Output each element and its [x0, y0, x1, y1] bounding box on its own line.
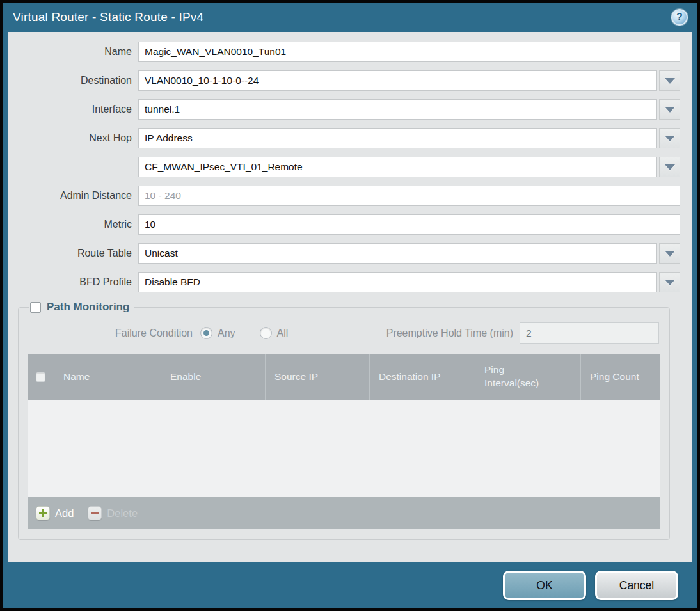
path-monitoring-checkbox[interactable] — [30, 302, 41, 313]
interface-label: Interface — [15, 104, 138, 115]
route-table-dropdown-button[interactable] — [659, 243, 680, 264]
failure-condition-label: Failure Condition — [26, 328, 200, 339]
plus-icon — [36, 506, 50, 520]
delete-button[interactable]: Delete — [88, 506, 138, 520]
chevron-down-icon — [665, 78, 675, 84]
route-table-select[interactable]: Unicast — [138, 243, 680, 264]
add-button[interactable]: Add — [36, 506, 74, 520]
cancel-button[interactable]: Cancel — [595, 571, 678, 600]
table-toolbar: Add Delete — [28, 497, 660, 529]
static-route-dialog: Virtual Router - Static Route - IPv4 ? N… — [0, 0, 700, 611]
bfd-profile-value[interactable]: Disable BFD — [138, 272, 657, 292]
destination-value[interactable]: VLAN0010_10-1-10-0--24 — [138, 70, 657, 91]
route-table-label: Route Table — [15, 248, 138, 259]
admin-distance-row: Admin Distance — [15, 186, 680, 206]
select-all-cell — [28, 354, 54, 400]
bfd-profile-select[interactable]: Disable BFD — [138, 272, 680, 292]
failure-condition-any-label: Any — [218, 328, 235, 339]
dialog-titlebar[interactable]: Virtual Router - Static Route - IPv4 ? — [3, 3, 697, 32]
chevron-down-icon — [665, 280, 675, 285]
next-hop-select[interactable]: IP Address — [138, 128, 680, 148]
admin-distance-input[interactable] — [138, 186, 680, 206]
select-all-checkbox[interactable] — [36, 372, 45, 382]
bfd-profile-row: BFD Profile Disable BFD — [15, 272, 680, 292]
next-hop-row: Next Hop IP Address — [15, 128, 680, 148]
minus-icon — [88, 506, 102, 520]
column-header-destination-ip: Destination IP — [369, 354, 475, 400]
path-monitoring-title: Path Monitoring — [47, 301, 129, 313]
next-hop-address-dropdown-button[interactable] — [659, 157, 680, 177]
metric-row: Metric — [15, 214, 680, 235]
metric-label: Metric — [15, 219, 138, 230]
interface-dropdown-button[interactable] — [659, 99, 680, 120]
preemptive-hold-time-input[interactable] — [520, 322, 659, 344]
destination-row: Destination VLAN0010_10-1-10-0--24 — [15, 70, 680, 91]
table-body-empty — [28, 400, 660, 497]
chevron-down-icon — [665, 136, 675, 141]
path-monitoring-legend: Path Monitoring — [29, 301, 134, 313]
next-hop-address-row: CF_MWAN_IPsec_VTI_01_Remote — [15, 157, 680, 177]
dialog-footer: OK Cancel — [3, 562, 697, 608]
failure-condition-all-label: All — [277, 328, 289, 339]
failure-condition-row: Failure Condition Any All Preemptive Hol… — [26, 322, 659, 344]
help-icon[interactable]: ? — [671, 9, 688, 26]
column-header-ping-interval: Ping Interval(sec) — [475, 354, 580, 400]
column-header-name: Name — [54, 354, 161, 400]
chevron-down-icon — [665, 251, 675, 257]
name-row: Name — [15, 42, 680, 62]
route-table-row: Route Table Unicast — [15, 243, 680, 264]
interface-value[interactable]: tunnel.1 — [138, 99, 657, 120]
table-header: Name Enable Source IP Destination IP Pin… — [28, 354, 660, 400]
bfd-profile-dropdown-button[interactable] — [659, 272, 680, 292]
column-header-enable: Enable — [161, 354, 265, 400]
path-monitoring-table: Name Enable Source IP Destination IP Pin… — [28, 354, 660, 529]
bfd-profile-label: BFD Profile — [15, 276, 138, 288]
failure-condition-all-radio[interactable] — [260, 327, 272, 339]
failure-condition-all-option: All — [260, 327, 289, 339]
destination-label: Destination — [15, 75, 138, 86]
ok-button[interactable]: OK — [503, 571, 586, 600]
destination-dropdown-button[interactable] — [659, 70, 680, 91]
name-label: Name — [15, 46, 138, 58]
next-hop-address-select[interactable]: CF_MWAN_IPsec_VTI_01_Remote — [138, 157, 680, 177]
chevron-down-icon — [665, 107, 675, 113]
next-hop-label: Next Hop — [15, 132, 138, 144]
chevron-down-icon — [665, 164, 675, 170]
delete-button-label: Delete — [107, 507, 138, 520]
admin-distance-label: Admin Distance — [15, 190, 138, 202]
interface-row: Interface tunnel.1 — [15, 99, 680, 120]
metric-input[interactable] — [138, 214, 680, 235]
failure-condition-any-option: Any — [200, 327, 235, 339]
column-header-ping-count: Ping Count — [580, 354, 660, 400]
name-input[interactable] — [138, 42, 680, 62]
preemptive-hold-time-label: Preemptive Hold Time (min) — [386, 328, 520, 339]
failure-condition-any-radio[interactable] — [200, 327, 212, 339]
next-hop-address-value[interactable]: CF_MWAN_IPsec_VTI_01_Remote — [138, 157, 657, 177]
column-header-source-ip: Source IP — [265, 354, 369, 400]
dialog-title: Virtual Router - Static Route - IPv4 — [13, 10, 203, 24]
next-hop-dropdown-button[interactable] — [659, 128, 680, 148]
route-table-value[interactable]: Unicast — [138, 243, 657, 264]
destination-select[interactable]: VLAN0010_10-1-10-0--24 — [138, 70, 680, 91]
interface-select[interactable]: tunnel.1 — [138, 99, 680, 120]
path-monitoring-section: Path Monitoring Failure Condition Any Al… — [18, 301, 670, 540]
next-hop-value[interactable]: IP Address — [138, 128, 657, 148]
dialog-body: Name Destination VLAN0010_10-1-10-0--24 … — [8, 32, 692, 562]
add-button-label: Add — [55, 507, 74, 520]
